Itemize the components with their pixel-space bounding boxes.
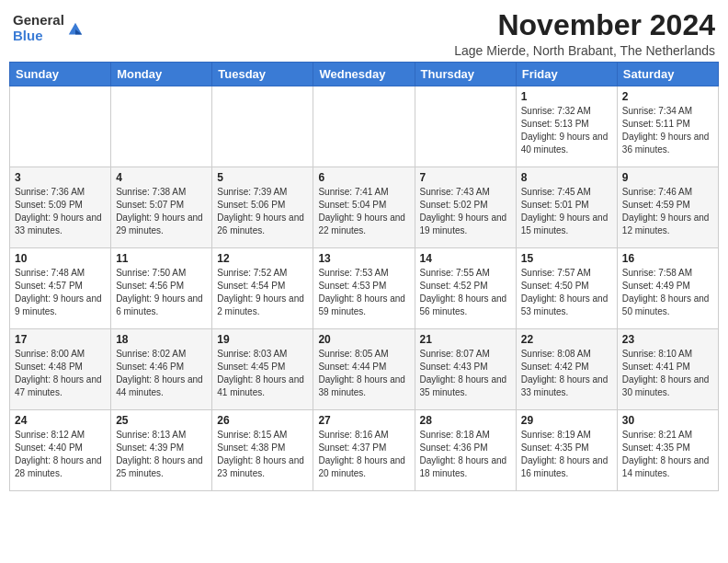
table-cell: 23Sunrise: 8:10 AM Sunset: 4:41 PM Dayli…	[617, 329, 718, 410]
col-friday: Friday	[516, 63, 617, 86]
table-cell: 7Sunrise: 7:43 AM Sunset: 5:02 PM Daylig…	[415, 167, 516, 248]
day-number: 18	[116, 333, 207, 346]
week-row-2: 3Sunrise: 7:36 AM Sunset: 5:09 PM Daylig…	[10, 167, 719, 248]
day-number: 1	[521, 90, 612, 103]
day-number: 10	[15, 252, 106, 265]
day-info: Sunrise: 7:39 AM Sunset: 5:06 PM Dayligh…	[217, 186, 308, 237]
day-info: Sunrise: 7:34 AM Sunset: 5:11 PM Dayligh…	[622, 105, 713, 156]
logo-general-text: General	[13, 13, 64, 29]
day-info: Sunrise: 7:46 AM Sunset: 4:59 PM Dayligh…	[622, 186, 713, 237]
logo-blue-text: Blue	[13, 29, 64, 44]
table-cell	[415, 86, 516, 167]
day-number: 30	[622, 414, 713, 427]
table-cell: 29Sunrise: 8:19 AM Sunset: 4:35 PM Dayli…	[516, 410, 617, 491]
col-saturday: Saturday	[617, 63, 718, 86]
table-cell: 12Sunrise: 7:52 AM Sunset: 4:54 PM Dayli…	[212, 248, 313, 329]
day-info: Sunrise: 8:10 AM Sunset: 4:41 PM Dayligh…	[622, 348, 713, 399]
table-cell: 17Sunrise: 8:00 AM Sunset: 4:48 PM Dayli…	[10, 329, 111, 410]
day-number: 3	[15, 171, 106, 184]
day-info: Sunrise: 8:13 AM Sunset: 4:39 PM Dayligh…	[116, 429, 207, 480]
day-number: 29	[521, 414, 612, 427]
day-info: Sunrise: 7:55 AM Sunset: 4:52 PM Dayligh…	[420, 267, 511, 318]
table-cell: 25Sunrise: 8:13 AM Sunset: 4:39 PM Dayli…	[111, 410, 212, 491]
day-number: 8	[521, 171, 612, 184]
day-number: 15	[521, 252, 612, 265]
day-number: 25	[116, 414, 207, 427]
day-number: 6	[318, 171, 409, 184]
day-info: Sunrise: 8:00 AM Sunset: 4:48 PM Dayligh…	[15, 348, 106, 399]
day-info: Sunrise: 7:38 AM Sunset: 5:07 PM Dayligh…	[116, 186, 207, 237]
day-number: 24	[15, 414, 106, 427]
col-monday: Monday	[111, 63, 212, 86]
table-cell: 16Sunrise: 7:58 AM Sunset: 4:49 PM Dayli…	[617, 248, 718, 329]
table-cell: 5Sunrise: 7:39 AM Sunset: 5:06 PM Daylig…	[212, 167, 313, 248]
day-info: Sunrise: 7:58 AM Sunset: 4:49 PM Dayligh…	[622, 267, 713, 318]
table-cell: 15Sunrise: 7:57 AM Sunset: 4:50 PM Dayli…	[516, 248, 617, 329]
day-number: 5	[217, 171, 308, 184]
table-cell	[313, 86, 415, 167]
table-cell: 28Sunrise: 8:18 AM Sunset: 4:36 PM Dayli…	[415, 410, 516, 491]
logo-icon	[67, 21, 84, 38]
month-title: November 2024	[454, 9, 715, 41]
calendar-table: Sunday Monday Tuesday Wednesday Thursday…	[9, 62, 719, 491]
table-cell: 20Sunrise: 8:05 AM Sunset: 4:44 PM Dayli…	[313, 329, 415, 410]
day-info: Sunrise: 7:53 AM Sunset: 4:53 PM Dayligh…	[318, 267, 409, 318]
col-wednesday: Wednesday	[313, 63, 415, 86]
table-cell	[111, 86, 212, 167]
week-row-4: 17Sunrise: 8:00 AM Sunset: 4:48 PM Dayli…	[10, 329, 719, 410]
day-number: 27	[318, 414, 409, 427]
day-info: Sunrise: 7:32 AM Sunset: 5:13 PM Dayligh…	[521, 105, 612, 156]
day-info: Sunrise: 8:18 AM Sunset: 4:36 PM Dayligh…	[420, 429, 511, 480]
title-block: November 2024 Lage Mierde, North Brabant…	[454, 9, 715, 58]
week-row-3: 10Sunrise: 7:48 AM Sunset: 4:57 PM Dayli…	[10, 248, 719, 329]
table-cell: 24Sunrise: 8:12 AM Sunset: 4:40 PM Dayli…	[10, 410, 111, 491]
day-number: 28	[420, 414, 511, 427]
page-header: General Blue November 2024 Lage Mierde, …	[9, 9, 719, 58]
table-cell: 14Sunrise: 7:55 AM Sunset: 4:52 PM Dayli…	[415, 248, 516, 329]
table-cell: 10Sunrise: 7:48 AM Sunset: 4:57 PM Dayli…	[10, 248, 111, 329]
week-row-5: 24Sunrise: 8:12 AM Sunset: 4:40 PM Dayli…	[10, 410, 719, 491]
day-number: 7	[420, 171, 511, 184]
col-tuesday: Tuesday	[212, 63, 313, 86]
table-cell: 11Sunrise: 7:50 AM Sunset: 4:56 PM Dayli…	[111, 248, 212, 329]
week-row-1: 1Sunrise: 7:32 AM Sunset: 5:13 PM Daylig…	[10, 86, 719, 167]
day-info: Sunrise: 8:03 AM Sunset: 4:45 PM Dayligh…	[217, 348, 308, 399]
table-cell: 2Sunrise: 7:34 AM Sunset: 5:11 PM Daylig…	[617, 86, 718, 167]
day-info: Sunrise: 8:07 AM Sunset: 4:43 PM Dayligh…	[420, 348, 511, 399]
day-number: 26	[217, 414, 308, 427]
day-info: Sunrise: 8:08 AM Sunset: 4:42 PM Dayligh…	[521, 348, 612, 399]
table-cell: 8Sunrise: 7:45 AM Sunset: 5:01 PM Daylig…	[516, 167, 617, 248]
day-info: Sunrise: 8:21 AM Sunset: 4:35 PM Dayligh…	[622, 429, 713, 480]
day-info: Sunrise: 8:19 AM Sunset: 4:35 PM Dayligh…	[521, 429, 612, 480]
day-info: Sunrise: 8:15 AM Sunset: 4:38 PM Dayligh…	[217, 429, 308, 480]
table-cell: 18Sunrise: 8:02 AM Sunset: 4:46 PM Dayli…	[111, 329, 212, 410]
day-number: 11	[116, 252, 207, 265]
location: Lage Mierde, North Brabant, The Netherla…	[454, 43, 715, 58]
day-info: Sunrise: 7:52 AM Sunset: 4:54 PM Dayligh…	[217, 267, 308, 318]
table-cell: 30Sunrise: 8:21 AM Sunset: 4:35 PM Dayli…	[617, 410, 718, 491]
table-cell: 3Sunrise: 7:36 AM Sunset: 5:09 PM Daylig…	[10, 167, 111, 248]
day-number: 22	[521, 333, 612, 346]
table-cell: 27Sunrise: 8:16 AM Sunset: 4:37 PM Dayli…	[313, 410, 415, 491]
table-cell: 6Sunrise: 7:41 AM Sunset: 5:04 PM Daylig…	[313, 167, 415, 248]
table-cell: 19Sunrise: 8:03 AM Sunset: 4:45 PM Dayli…	[212, 329, 313, 410]
day-info: Sunrise: 7:48 AM Sunset: 4:57 PM Dayligh…	[15, 267, 106, 318]
day-number: 14	[420, 252, 511, 265]
day-info: Sunrise: 7:57 AM Sunset: 4:50 PM Dayligh…	[521, 267, 612, 318]
day-number: 23	[622, 333, 713, 346]
day-info: Sunrise: 7:50 AM Sunset: 4:56 PM Dayligh…	[116, 267, 207, 318]
table-cell: 21Sunrise: 8:07 AM Sunset: 4:43 PM Dayli…	[415, 329, 516, 410]
table-cell: 1Sunrise: 7:32 AM Sunset: 5:13 PM Daylig…	[516, 86, 617, 167]
table-cell: 9Sunrise: 7:46 AM Sunset: 4:59 PM Daylig…	[617, 167, 718, 248]
day-info: Sunrise: 8:12 AM Sunset: 4:40 PM Dayligh…	[15, 429, 106, 480]
day-number: 17	[15, 333, 106, 346]
day-info: Sunrise: 7:41 AM Sunset: 5:04 PM Dayligh…	[318, 186, 409, 237]
day-info: Sunrise: 7:36 AM Sunset: 5:09 PM Dayligh…	[15, 186, 106, 237]
day-number: 2	[622, 90, 713, 103]
col-sunday: Sunday	[10, 63, 111, 86]
col-thursday: Thursday	[415, 63, 516, 86]
day-info: Sunrise: 8:02 AM Sunset: 4:46 PM Dayligh…	[116, 348, 207, 399]
table-cell: 26Sunrise: 8:15 AM Sunset: 4:38 PM Dayli…	[212, 410, 313, 491]
day-number: 12	[217, 252, 308, 265]
day-info: Sunrise: 8:05 AM Sunset: 4:44 PM Dayligh…	[318, 348, 409, 399]
